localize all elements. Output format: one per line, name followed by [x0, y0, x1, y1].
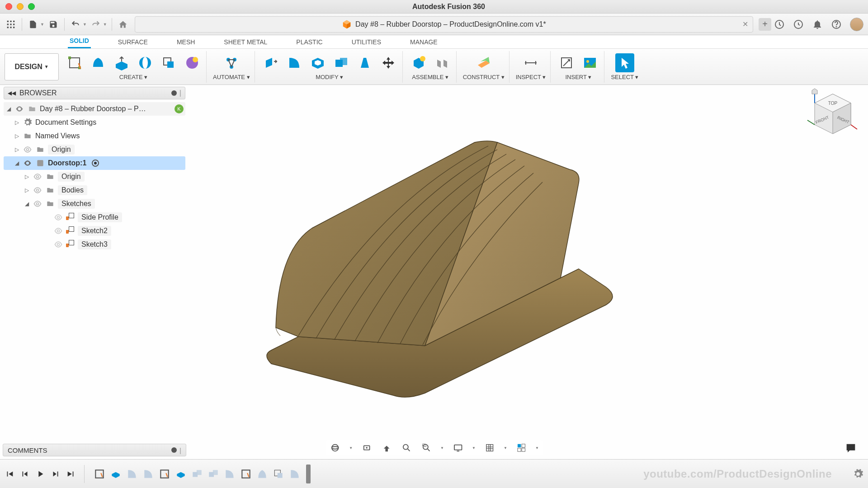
svg-point-12: [836, 26, 837, 27]
combine-icon[interactable]: [332, 53, 351, 72]
notifications-icon[interactable]: [812, 19, 823, 30]
svg-rect-54: [518, 448, 521, 451]
select-tool-icon[interactable]: [615, 53, 634, 72]
extrude-icon[interactable]: [112, 53, 131, 72]
timeline-play-icon[interactable]: [35, 469, 45, 479]
timeline-feature-11[interactable]: [255, 467, 269, 481]
feedback-icon[interactable]: [844, 442, 857, 455]
pan-icon[interactable]: [381, 442, 392, 454]
model-render: [244, 124, 624, 404]
timeline-marker[interactable]: [306, 465, 311, 483]
construct-label: CONSTRUCT ▾: [463, 74, 505, 80]
home-icon[interactable]: [117, 18, 129, 31]
zoom-icon[interactable]: [401, 442, 412, 454]
orbit-icon[interactable]: [329, 442, 341, 454]
revolve-icon[interactable]: [136, 53, 155, 72]
extensions-icon[interactable]: [774, 19, 785, 30]
create-sketch-icon[interactable]: [65, 53, 84, 72]
close-window[interactable]: [5, 3, 12, 10]
display-settings-icon[interactable]: [452, 442, 464, 454]
move-icon[interactable]: [379, 53, 398, 72]
svg-point-30: [586, 60, 589, 63]
svg-rect-55: [522, 448, 525, 451]
fillet-icon[interactable]: [285, 53, 304, 72]
svg-rect-7: [10, 27, 11, 28]
insert-decal-icon[interactable]: [580, 53, 599, 72]
timeline-feature-2[interactable]: [109, 467, 123, 481]
modify-group: MODIFY ▾: [257, 51, 403, 83]
tab-sheet-metal[interactable]: SHEET METAL: [222, 36, 269, 48]
timeline-feature-5[interactable]: [158, 467, 171, 481]
undo-icon[interactable]: [69, 18, 82, 31]
save-icon[interactable]: [47, 18, 60, 31]
minimize-window[interactable]: [17, 3, 24, 10]
3d-viewport[interactable]: [0, 85, 868, 459]
tab-plastic[interactable]: PLASTIC: [294, 36, 324, 48]
tab-surface[interactable]: SURFACE: [116, 36, 150, 48]
svg-rect-49: [454, 445, 462, 450]
automate-icon[interactable]: [222, 53, 241, 72]
draft-icon[interactable]: [355, 53, 374, 72]
viewport-layout-icon[interactable]: [515, 442, 527, 454]
timeline-step-forward-icon[interactable]: [51, 469, 61, 479]
timeline-feature-4[interactable]: [142, 467, 155, 481]
construct-plane-icon[interactable]: [474, 53, 493, 72]
timeline-feature-3[interactable]: [125, 467, 139, 481]
help-icon[interactable]: [831, 19, 842, 30]
svg-rect-50: [457, 450, 459, 451]
job-status-icon[interactable]: [793, 19, 804, 30]
automate-label: AUTOMATE ▾: [213, 74, 250, 80]
look-at-icon[interactable]: [361, 442, 373, 454]
shell-icon[interactable]: [308, 53, 327, 72]
svg-rect-61: [213, 470, 218, 475]
close-tab-icon[interactable]: ✕: [742, 20, 748, 28]
tab-solid[interactable]: SOLID: [68, 34, 91, 48]
insert-derive-icon[interactable]: [557, 53, 576, 72]
maximize-window[interactable]: [28, 3, 35, 10]
new-component-icon[interactable]: [409, 53, 428, 72]
svg-point-17: [142, 57, 148, 69]
file-menu-dropdown[interactable]: ▼: [40, 22, 44, 27]
ribbon-toolbar: DESIGN▼ CREATE ▾ AUTOMATE ▾ MODIFY ▾: [0, 49, 868, 85]
redo-icon[interactable]: [90, 18, 102, 31]
timeline-feature-9[interactable]: [223, 467, 236, 481]
timeline-feature-6[interactable]: [174, 467, 188, 481]
document-cube-icon: [342, 19, 352, 29]
timeline-step-back-icon[interactable]: [20, 469, 30, 479]
timeline-settings-icon[interactable]: [853, 469, 863, 479]
timeline-feature-1[interactable]: [93, 467, 106, 481]
tab-mesh[interactable]: MESH: [175, 36, 197, 48]
redo-dropdown[interactable]: ▼: [103, 22, 107, 27]
tab-manage[interactable]: MANAGE: [408, 36, 439, 48]
comments-options-icon[interactable]: [171, 447, 177, 453]
viewcube-home-icon: [812, 89, 817, 94]
press-pull-icon[interactable]: [261, 53, 280, 72]
emboss-icon[interactable]: [183, 53, 202, 72]
new-tab-button[interactable]: +: [759, 18, 771, 31]
create-form-icon[interactable]: [89, 53, 108, 72]
zoom-window-icon[interactable]: [420, 442, 432, 454]
create-body-icon[interactable]: [159, 53, 178, 72]
timeline-feature-7[interactable]: [190, 467, 204, 481]
timeline-feature-12[interactable]: [272, 467, 285, 481]
timeline-feature-10[interactable]: [239, 467, 253, 481]
timeline-feature-13[interactable]: [288, 467, 302, 481]
undo-dropdown[interactable]: ▼: [83, 22, 87, 27]
assemble-label: ASSEMBLE ▾: [412, 74, 448, 80]
tab-utilities[interactable]: UTILITIES: [350, 36, 383, 48]
viewcube[interactable]: TOP FRONT RIGHT: [806, 88, 860, 146]
file-menu-icon[interactable]: [27, 18, 39, 31]
timeline-start-icon[interactable]: [5, 469, 14, 479]
workspace-switcher[interactable]: DESIGN▼: [5, 53, 59, 80]
joint-icon[interactable]: [433, 53, 452, 72]
svg-point-21: [193, 57, 198, 62]
comments-panel-header[interactable]: COMMENTS |: [3, 444, 186, 456]
timeline-feature-8[interactable]: [207, 467, 220, 481]
user-avatar[interactable]: [850, 18, 863, 31]
timeline-end-icon[interactable]: [66, 469, 76, 479]
data-panel-icon[interactable]: [5, 18, 17, 31]
measure-icon[interactable]: [521, 53, 540, 72]
svg-line-41: [851, 125, 857, 129]
grid-settings-icon[interactable]: [484, 442, 495, 454]
document-tab[interactable]: Day #8 – Rubber Doorstop – ProductDesign…: [135, 16, 753, 33]
